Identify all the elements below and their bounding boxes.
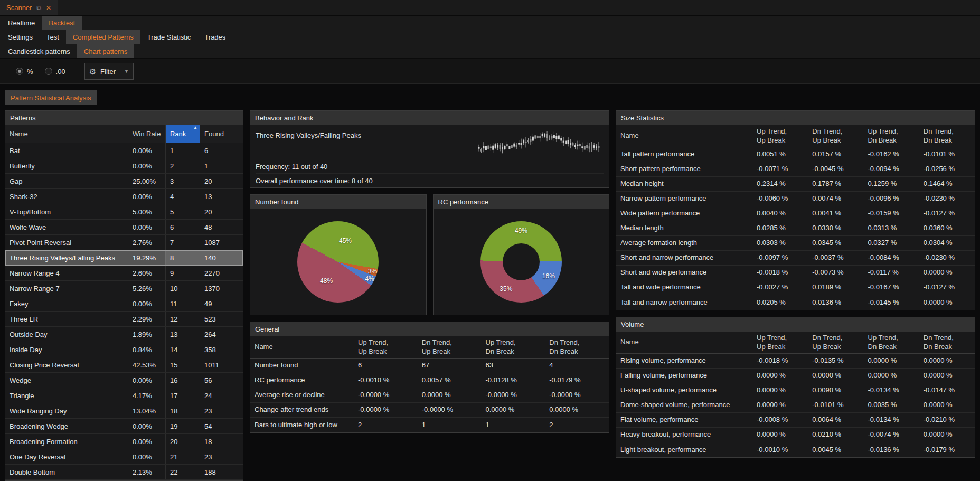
tab-scanner[interactable]: Scanner ⧉ ✕ — [0, 0, 58, 15]
pattern-cell: Wolfe Wave — [5, 220, 128, 234]
frequency-text: Frequency: 11 out of 40 — [256, 159, 604, 173]
decimal-radio[interactable]: .00 — [45, 68, 65, 76]
pattern-cell: 0.00% — [128, 449, 166, 464]
pattern-row[interactable]: Closing Price Reversal42.53%151011 — [5, 357, 243, 373]
pattern-row[interactable]: Double Bottom2.13%22188 — [5, 465, 243, 480]
pattern-row[interactable]: One Day Reversal0.00%2123 — [5, 449, 243, 465]
stats-cell: -0.0167 % — [864, 280, 919, 295]
pattern-row[interactable]: Wolfe Wave0.00%648 — [5, 220, 243, 235]
pattern-cell: Wedge — [5, 373, 128, 388]
pattern-row[interactable]: Butterfly0.00%21 — [5, 158, 243, 174]
stats-row: Tall and wide performance-0.0027 %0.0189… — [616, 280, 975, 295]
rc-performance-title: RC performance — [438, 198, 488, 206]
tab-trades[interactable]: Trades — [197, 30, 232, 44]
column-header[interactable]: Dn Trend, Up Break — [418, 336, 482, 358]
column-header[interactable]: Dn Trend, Up Break — [808, 332, 863, 353]
pattern-row[interactable]: Outside Day1.89%13264 — [5, 327, 243, 342]
column-header[interactable]: Up Trend, Up Break — [752, 332, 808, 353]
stats-row: Rising volume, performance-0.0018 %-0.01… — [616, 354, 975, 369]
patterns-table: NameWin RateRank▲FoundBat0.00%16Butterfl… — [5, 125, 243, 480]
pattern-cell: 23 — [200, 449, 243, 464]
stats-cell: 0.0090 % — [808, 383, 863, 398]
pattern-cell: 0.00% — [128, 419, 166, 433]
column-header[interactable]: Name — [616, 332, 752, 353]
gear-icon: ⚙ — [89, 68, 96, 76]
pattern-row[interactable]: Narrow Range 75.26%101370 — [5, 281, 243, 296]
stats-cell: Median height — [616, 177, 752, 191]
tab-trade-statistic[interactable]: Trade Statistic — [140, 30, 198, 44]
tab-chart-patterns[interactable]: Chart patterns — [77, 44, 134, 58]
pattern-row[interactable]: Broadening Formation0.00%2018 — [5, 434, 243, 449]
column-header[interactable]: Dn Trend, Dn Break — [919, 332, 975, 353]
pattern-cell: 140 — [200, 250, 243, 265]
stats-cell: 0.0136 % — [808, 295, 863, 310]
pattern-cell: 9 — [166, 266, 200, 280]
column-header[interactable]: Up Trend, Dn Break — [864, 125, 919, 147]
column-header[interactable]: Up Trend, Up Break — [752, 125, 808, 147]
column-header[interactable]: Name — [616, 125, 752, 147]
column-header[interactable]: Dn Trend, Dn Break — [545, 336, 609, 358]
pattern-row[interactable]: Wide Ranging Day13.04%1823 — [5, 403, 243, 419]
column-header-found[interactable]: Found — [200, 125, 243, 143]
column-header[interactable]: Dn Trend, Dn Break — [919, 125, 975, 147]
pattern-cell: 4 — [166, 189, 200, 204]
stats-row: Average rise or decline-0.0000 %0.0000 %… — [250, 388, 609, 403]
general-panel-header: General — [250, 322, 609, 336]
chevron-down-icon[interactable]: ▼ — [120, 63, 129, 79]
column-header-win-rate[interactable]: Win Rate — [128, 125, 166, 143]
restore-window-icon[interactable]: ⧉ — [36, 4, 41, 12]
stats-cell: Change after trend ends — [250, 403, 354, 417]
pattern-row[interactable]: V-Top/Bottom5.00%520 — [5, 204, 243, 220]
pie-slice-label: 4% — [365, 275, 374, 282]
pattern-cell: 18 — [200, 434, 243, 449]
column-header[interactable]: Up Trend, Up Break — [354, 336, 418, 358]
tab-completed-patterns[interactable]: Completed Patterns — [66, 30, 140, 44]
pattern-row[interactable]: Shark-320.00%413 — [5, 189, 243, 204]
general-table: NameUp Trend, Up BreakDn Trend, Up Break… — [250, 336, 609, 432]
stats-row: Median height0.2314 %0.1787 %0.1259 %0.1… — [616, 177, 975, 192]
stats-cell: 0.0000 % — [919, 266, 975, 280]
column-header[interactable]: Dn Trend, Up Break — [808, 125, 863, 147]
percent-radio[interactable]: % — [16, 68, 33, 76]
pattern-cell: Inside Day — [5, 342, 128, 357]
tab-candlestick-patterns[interactable]: Candlestick patterns — [1, 44, 77, 58]
pattern-row[interactable]: Narrow Range 42.60%92270 — [5, 266, 243, 281]
stats-cell: Short and wide performance — [616, 266, 752, 280]
tab-pattern-statistical-analysis[interactable]: Pattern Statistical Analysis — [5, 90, 97, 105]
tab-realtime[interactable]: Realtime — [1, 16, 42, 30]
pattern-cell: 20 — [200, 174, 243, 188]
stats-cell: -0.0096 % — [864, 192, 919, 206]
stats-row: Short and wide performance-0.0018 %-0.00… — [616, 266, 975, 280]
pattern-row[interactable]: Wedge0.00%1656 — [5, 373, 243, 388]
column-header-name[interactable]: Name — [5, 125, 128, 143]
stats-cell: -0.0008 % — [752, 413, 808, 427]
pattern-row[interactable]: Fakey0.00%1149 — [5, 296, 243, 312]
pattern-row[interactable]: Triangle4.17%1724 — [5, 388, 243, 403]
size-statistics-header: Size Statistics — [616, 111, 975, 125]
stats-row: Change after trend ends-0.0000 %-0.0000 … — [250, 403, 609, 418]
stats-cell: 0.0000 % — [482, 403, 545, 417]
pattern-cell: 0.00% — [128, 143, 166, 158]
column-header[interactable]: Up Trend, Dn Break — [864, 332, 919, 353]
pattern-cell: Bat — [5, 143, 128, 158]
stats-cell: 0.0285 % — [752, 221, 808, 235]
number-found-header: Number found — [250, 195, 426, 209]
pattern-row[interactable]: Inside Day0.84%14358 — [5, 342, 243, 357]
tab-settings[interactable]: Settings — [1, 30, 40, 44]
tab-test[interactable]: Test — [40, 30, 66, 44]
pattern-row[interactable]: Gap25.00%320 — [5, 174, 243, 189]
column-header[interactable]: Up Trend, Dn Break — [482, 336, 545, 358]
column-header-rank[interactable]: Rank▲ — [166, 125, 200, 143]
close-tab-icon[interactable]: ✕ — [46, 4, 51, 12]
column-header[interactable]: Name — [250, 336, 354, 358]
pattern-row[interactable]: Three LR2.29%12523 — [5, 312, 243, 327]
pattern-row[interactable]: Bat0.00%16 — [5, 143, 243, 158]
pattern-row[interactable]: Broadening Wedge0.00%1954 — [5, 419, 243, 434]
stats-cell: -0.0073 % — [808, 266, 863, 280]
pattern-row[interactable]: Pivot Point Reversal2.76%71087 — [5, 235, 243, 250]
filter-button[interactable]: ⚙ Filter ▼ — [84, 63, 134, 80]
tab-backtest[interactable]: Backtest — [42, 16, 82, 30]
stats-cell: -0.0084 % — [864, 251, 919, 265]
rc-performance-donut: 49%16%35% — [480, 221, 562, 303]
pattern-row-selected[interactable]: Three Rising Valleys/Falling Peaks19.29%… — [5, 250, 243, 266]
